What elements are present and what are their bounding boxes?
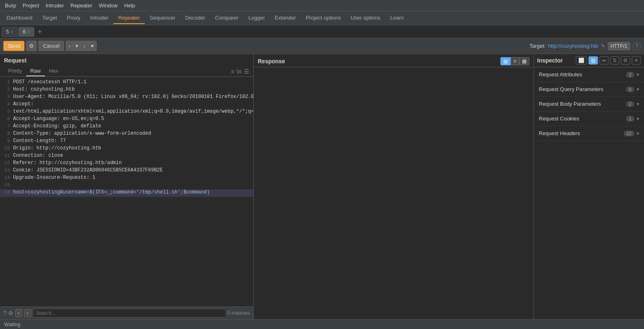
inspector-view-btn-2[interactable]: ▥ <box>589 56 598 64</box>
menu-project[interactable]: Project <box>19 1 42 10</box>
request-panel: Request Pretty Raw Hex ≡ \n ☰ 1POST /exe… <box>0 54 254 319</box>
request-line-16: 16host=cozyhosting&username=$(IFS=_;comm… <box>0 189 253 197</box>
tab-proxy[interactable]: Proxy <box>62 12 85 24</box>
toolbar: Send ⚙ Cancel ‹ ▾ › ▾ Target: http://coz… <box>0 38 644 54</box>
line-content-11: Connection: close <box>13 153 63 160</box>
prev-request-button[interactable]: ‹ <box>66 41 73 51</box>
line-content-6: Accept-Language: en-US,en;q=0.5 <box>13 116 104 123</box>
inspector-section-3[interactable]: Request Cookies1▾ <box>534 111 644 126</box>
request-line-9: 9Content-Length: 77 <box>0 138 253 145</box>
menu-help[interactable]: Help <box>121 1 138 10</box>
inspector-chevron-1: ▾ <box>637 87 639 92</box>
edit-target-icon[interactable]: ✎ <box>601 43 605 49</box>
line-number-15: 15 <box>2 182 13 189</box>
inspector-settings-icon[interactable]: ⚙ <box>621 56 630 64</box>
next-request-button[interactable]: › <box>81 41 88 51</box>
tab-target[interactable]: Target <box>38 12 62 24</box>
inspector-section-1[interactable]: Request Query Parameters0▾ <box>534 82 644 97</box>
response-view-buttons: ▤ ≡ ▩ <box>500 57 529 65</box>
line-content-7: Accept-Encoding: gzip, deflate <box>13 123 101 131</box>
sub-tab-5-label: 5 <box>6 29 9 35</box>
request-format-icon[interactable]: ≡ <box>231 68 234 75</box>
sub-tab-5[interactable]: 5 × <box>2 27 18 37</box>
prev-dropdown-button[interactable]: ▾ <box>73 41 81 51</box>
search-prev-button[interactable]: ‹ <box>15 309 22 317</box>
tab-dashboard[interactable]: Dashboard <box>2 12 38 24</box>
request-panel-header: Request <box>0 54 253 64</box>
send-button[interactable]: Send <box>3 41 24 51</box>
cancel-button[interactable]: Cancel <box>38 41 64 51</box>
inspector-section-2[interactable]: Request Body Parameters2▾ <box>534 97 644 111</box>
line-content-9: Content-Length: 77 <box>13 138 66 145</box>
tab-project-options[interactable]: Project options <box>301 12 346 24</box>
settings-icon-button[interactable]: ⚙ <box>26 41 37 51</box>
tab-intruder[interactable]: Intruder <box>85 12 113 24</box>
line-number-1: 1 <box>2 79 13 87</box>
search-next-button[interactable]: › <box>24 309 31 317</box>
main-area: Request Pretty Raw Hex ≡ \n ☰ 1POST /exe… <box>0 54 644 319</box>
view-button-grid[interactable]: ▩ <box>519 57 529 65</box>
request-newline-icon[interactable]: \n <box>237 68 241 75</box>
view-button-list[interactable]: ≡ <box>511 57 519 65</box>
inspector-section-badge-2: 2 <box>626 101 634 107</box>
request-line-7: 7Accept-Encoding: gzip, deflate <box>0 123 253 131</box>
inspector-view-btn-1[interactable]: ⬜ <box>576 56 587 64</box>
add-tab-button[interactable]: + <box>35 28 44 36</box>
line-number-3: 3 <box>2 94 13 101</box>
inspector-close-icon[interactable]: ✕ <box>632 56 641 64</box>
menu-window[interactable]: Window <box>95 1 121 10</box>
tab-decoder[interactable]: Decoder <box>180 12 210 24</box>
close-tab-5-icon[interactable]: × <box>11 29 13 34</box>
response-body <box>254 67 533 319</box>
line-number-12: 12 <box>2 160 13 167</box>
inspector-chevron-2: ▾ <box>637 101 639 107</box>
help-icon[interactable]: ? <box>633 42 641 50</box>
inspector-chevron-3: ▾ <box>637 116 639 122</box>
inspector-more-icon[interactable]: ⇅ <box>610 56 619 64</box>
tab-raw[interactable]: Raw <box>26 66 45 76</box>
nav-arrow-group: ‹ ▾ › ▾ <box>66 41 97 51</box>
request-tabs: Pretty Raw Hex ≡ \n ☰ <box>0 66 253 77</box>
request-line-10: 10Origin: http://cozyhosting.htb <box>0 145 253 153</box>
toolbar-target: Target: http://cozyhosting.htb ✎ HTTP/1 … <box>529 42 641 50</box>
tab-pretty[interactable]: Pretty <box>4 66 26 76</box>
line-content-8: Content-Type: application/x-www-form-url… <box>13 131 151 138</box>
line-content-16: host=cozyhosting&username=$(IFS=_;comman… <box>13 189 210 197</box>
search-bar: ? ⚙ ‹ › 0 matches <box>0 307 253 319</box>
menu-intruder[interactable]: Intruder <box>42 1 67 10</box>
tab-hex[interactable]: Hex <box>45 66 62 76</box>
settings-search-icon[interactable]: ⚙ <box>8 310 13 316</box>
inspector-section-4[interactable]: Request Headers12▾ <box>534 126 644 141</box>
request-line-15: 15 <box>0 182 253 189</box>
http-version-badge[interactable]: HTTP/1 <box>608 42 630 50</box>
request-menu-icon[interactable]: ☰ <box>244 68 249 75</box>
tab-comparer[interactable]: Comparer <box>210 12 243 24</box>
response-header: Response ▤ ≡ ▩ <box>254 54 533 67</box>
target-url[interactable]: http://cozyhosting.htb <box>548 43 598 49</box>
tab-learn[interactable]: Learn <box>385 12 409 24</box>
inspector-panel: Inspector ⬜ ▥ ⇌ ⇅ ⚙ ✕ Request Attributes… <box>534 54 644 319</box>
search-help-icon[interactable]: ? <box>3 310 7 316</box>
status-bar: Waiting <box>0 319 644 329</box>
sub-tab-6[interactable]: 6 × <box>18 27 34 37</box>
tab-logger[interactable]: Logger <box>243 12 270 24</box>
view-button-table[interactable]: ▤ <box>500 57 511 65</box>
close-tab-6-icon[interactable]: × <box>27 29 30 34</box>
menu-burp[interactable]: Burp <box>2 1 19 10</box>
inspector-section-badge-3: 1 <box>626 116 634 122</box>
tab-sequencer[interactable]: Sequencer <box>145 12 180 24</box>
line-content-2: Host: cozyhosting.htb <box>13 87 75 94</box>
tab-repeater[interactable]: Repeater <box>113 12 145 24</box>
request-line-12: 12Referer: http://cozyhosting.htb/admin <box>0 160 253 167</box>
tab-extender[interactable]: Extender <box>270 12 301 24</box>
next-dropdown-button[interactable]: ▾ <box>88 41 97 51</box>
search-input[interactable] <box>33 309 226 318</box>
request-line-3: 3User-Agent: Mozilla/5.0 (X11; Linux x86… <box>0 94 253 101</box>
inspector-adjust-icon[interactable]: ⇌ <box>600 56 609 64</box>
tab-user-options[interactable]: User options <box>346 12 385 24</box>
menu-repeater[interactable]: Repeater <box>67 1 95 10</box>
request-line-11: 11Connection: close <box>0 153 253 160</box>
inspector-section-0[interactable]: Request Attributes2▾ <box>534 67 644 82</box>
inspector-chevron-0: ▾ <box>637 72 639 78</box>
line-content-14: Upgrade-Insecure-Requests: 1 <box>13 175 95 182</box>
